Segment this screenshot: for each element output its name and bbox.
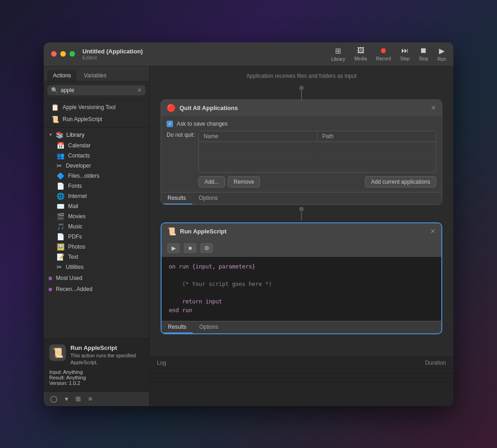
log-row-2 <box>150 378 453 382</box>
sidebar-item-mail[interactable]: ✉️ Mail <box>44 201 149 211</box>
table-col-name: Name <box>199 131 318 141</box>
sidebar-item-files[interactable]: 🔷 Files...olders <box>44 171 149 181</box>
bottom-circle-button[interactable]: ◯ <box>48 394 59 403</box>
canvas-header: Application receives files and folders a… <box>150 66 453 86</box>
step-button[interactable]: ⏭ Step <box>400 47 410 61</box>
table-col-path: Path <box>318 131 436 141</box>
table-cell-name-2 <box>199 162 318 172</box>
sidebar-item-utilities-label: Utilities <box>66 264 84 270</box>
version-value: 1.0.2 <box>69 380 80 386</box>
script-card-body: ▶ ■ ⚙ on run {input, parameters} (* Your… <box>162 239 441 321</box>
record-button[interactable]: ⏺ Record <box>376 47 391 61</box>
sidebar-item-music[interactable]: 🎵 Music <box>44 221 149 232</box>
quit-tab-results[interactable]: Results <box>161 192 192 204</box>
close-button[interactable] <box>51 51 57 57</box>
code-line-1 <box>169 271 434 280</box>
library-label: Library <box>331 57 345 62</box>
table-row-0[interactable] <box>199 142 436 152</box>
most-used-icon: ■ <box>48 274 52 282</box>
log-row-0 <box>150 369 453 373</box>
clear-icon[interactable]: ✕ <box>137 87 142 93</box>
maximize-button[interactable] <box>69 51 75 57</box>
log-rows <box>150 369 453 406</box>
quit-card-close[interactable]: ✕ <box>431 104 436 111</box>
result-icon-1: 📜 <box>51 116 59 123</box>
table-cell-name-1 <box>199 152 318 162</box>
stop-button[interactable]: ⏹ Stop <box>419 47 428 61</box>
main-area: Actions Variables 🔍 ✕ 📋 Apple Versioning… <box>44 66 453 406</box>
sidebar-item-contacts[interactable]: 👥 Contacts <box>44 151 149 161</box>
input-label: Input: <box>49 369 62 375</box>
sidebar-item-internet-label: Internet <box>68 193 87 199</box>
quit-card-tabs: Results Options <box>161 192 442 204</box>
script-stop-button[interactable]: ■ <box>184 243 196 253</box>
sidebar-item-files-label: Files...olders <box>68 173 99 179</box>
table-row-1[interactable] <box>199 152 436 162</box>
run-button[interactable]: ▶ Run <box>438 47 446 62</box>
bottom-list-button[interactable]: ≡ <box>87 394 94 403</box>
recently-added-icon: ■ <box>48 285 52 293</box>
ask-save-checkbox[interactable]: ✓ <box>167 121 173 127</box>
media-button[interactable]: 🖼 Media <box>354 47 367 61</box>
tab-variables[interactable]: Variables <box>78 70 112 81</box>
library-header[interactable]: ▼ 📚 Library <box>44 129 149 140</box>
table-row-2[interactable] <box>199 162 436 172</box>
pdfs-icon: 📄 <box>57 233 64 240</box>
sidebar-item-utilities[interactable]: ✂ Utilities <box>44 262 149 272</box>
script-tab-results[interactable]: Results <box>162 321 193 333</box>
stop-icon: ⏹ <box>420 47 427 55</box>
script-play-button[interactable]: ▶ <box>167 243 180 253</box>
tab-actions[interactable]: Actions <box>47 70 76 81</box>
quit-card-header: 🔴 Quit All Applications ✕ <box>161 100 442 116</box>
titlebar: Untitled (Application) Edited ⊞ Library … <box>44 42 453 66</box>
sidebar-item-most-used[interactable]: ■ Most Used <box>44 273 149 283</box>
bottom-chevron-button[interactable]: ▾ <box>63 394 70 403</box>
sidebar-item-fonts[interactable]: 📄 Fonts <box>44 181 149 191</box>
library-button[interactable]: ⊞ Library <box>331 47 345 62</box>
result-item-1[interactable]: 📜 Run AppleScript <box>44 113 149 125</box>
library-icon: ⊞ <box>335 47 341 55</box>
workflow-canvas: Application receives files and folders a… <box>150 66 453 406</box>
sidebar-item-developer[interactable]: ✂ Developer <box>44 161 149 171</box>
table-cell-path-0 <box>318 142 436 151</box>
script-card-close[interactable]: ✕ <box>430 227 436 235</box>
action-info-panel: 📜 Run AppleScript This action runs the s… <box>44 338 149 391</box>
internet-icon: 🌐 <box>57 192 64 200</box>
log-area: Log Duration <box>150 356 453 406</box>
add-current-applications-button[interactable]: Add current applications <box>365 176 436 187</box>
remove-button[interactable]: Remove <box>228 176 260 187</box>
sidebar-item-photos[interactable]: 🖼️ Photos <box>44 242 149 252</box>
search-input[interactable] <box>61 87 134 93</box>
sidebar-item-text[interactable]: 📝 Text <box>44 252 149 262</box>
title-info: Untitled (Application) Edited <box>82 48 331 60</box>
search-icon: 🔍 <box>51 87 58 93</box>
script-settings-button[interactable]: ⚙ <box>200 243 213 253</box>
result-label-0: Apple Versioning Tool <box>63 104 116 111</box>
library-label: Library <box>66 131 85 138</box>
log-header: Log Duration <box>150 357 453 369</box>
sidebar-item-movies[interactable]: 🎬 Movies <box>44 211 149 221</box>
script-editor[interactable]: on run {input, parameters} (* Your scrip… <box>162 257 441 321</box>
fonts-icon: 📄 <box>57 182 64 190</box>
code-line-0: on run {input, parameters} <box>169 262 434 271</box>
sidebar-item-internet[interactable]: 🌐 Internet <box>44 191 149 201</box>
action-description: This action runs the specified AppleScri… <box>70 352 144 367</box>
sidebar-item-pdfs[interactable]: 📄 PDFs <box>44 232 149 242</box>
main-window: Untitled (Application) Edited ⊞ Library … <box>44 42 453 406</box>
sidebar-item-calendar[interactable]: 📅 Calendar <box>44 140 149 151</box>
step-icon: ⏭ <box>401 47 409 55</box>
sidebar-item-recently-added[interactable]: ■ Recen...Added <box>44 284 149 294</box>
add-button[interactable]: Add... <box>198 176 225 187</box>
code-line-3 <box>169 289 434 297</box>
quit-all-applications-card: 🔴 Quit All Applications ✕ ✓ Ask to save … <box>161 99 442 205</box>
minimize-button[interactable] <box>60 51 66 57</box>
sidebar-item-fonts-label: Fonts <box>68 183 82 189</box>
do-not-quit-section: Do not quit: Name Path <box>167 131 436 187</box>
sidebar-item-music-label: Music <box>68 223 82 230</box>
sidebar-item-pdfs-label: PDFs <box>68 233 82 240</box>
bottom-grid-button[interactable]: ⊞ <box>74 394 83 403</box>
quit-tab-options[interactable]: Options <box>192 192 224 204</box>
log-row-1 <box>150 373 453 378</box>
result-item-0[interactable]: 📋 Apple Versioning Tool <box>44 101 149 113</box>
script-tab-options[interactable]: Options <box>193 321 225 333</box>
